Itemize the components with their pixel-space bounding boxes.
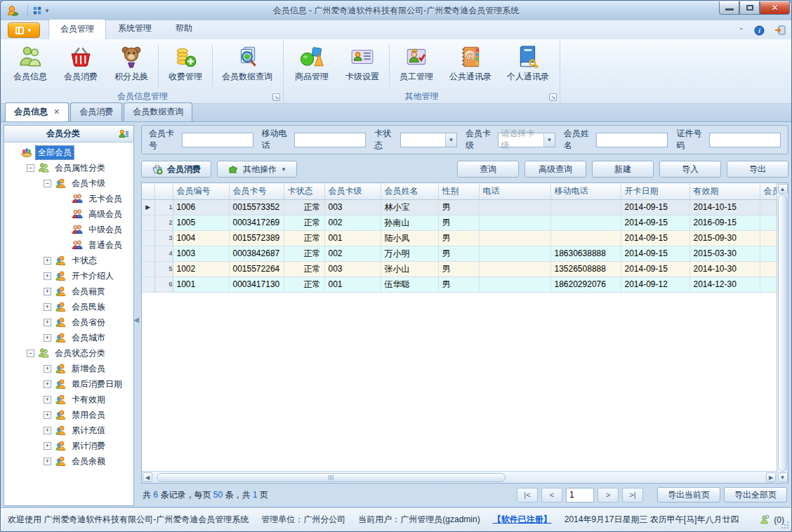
doc-tab-member-data-query[interactable]: 会员数据查询 [124, 102, 192, 121]
maximize-button[interactable] [739, 1, 760, 15]
table-cell[interactable]: 正常 [284, 199, 324, 215]
close-button[interactable]: ✕ [760, 1, 790, 15]
dialog-launcher-icon[interactable]: ↘ [272, 93, 280, 101]
table-cell[interactable]: 万小明 [381, 246, 438, 261]
table-cell[interactable]: 男 [438, 230, 479, 246]
table-cell[interactable]: 男 [438, 246, 479, 261]
tree-item[interactable]: 中级会员 [4, 222, 133, 237]
table-cell[interactable] [760, 199, 777, 215]
member-data-query-button[interactable]: 会员数据查询 [214, 42, 280, 90]
online-user-icon[interactable] [759, 514, 770, 525]
category-manage-icon[interactable] [118, 128, 129, 140]
id-no-input[interactable] [709, 133, 781, 147]
other-operations-button[interactable]: 其他操作 ▼ [217, 161, 297, 178]
tree-item[interactable]: 无卡会员 [4, 191, 133, 206]
table-cell[interactable]: 0015573352 [229, 199, 284, 215]
last-page-button[interactable]: >| [622, 488, 643, 503]
scroll-right-icon[interactable]: ▶ [766, 472, 776, 482]
column-header[interactable]: 会员 [760, 183, 777, 199]
table-cell[interactable] [479, 277, 550, 292]
tree-item[interactable]: + 累计消费 [4, 438, 133, 453]
table-cell[interactable] [550, 199, 621, 215]
collapse-ribbon-icon[interactable]: ⌃ [739, 27, 744, 34]
tree-item[interactable]: − 会员卡级 [4, 175, 133, 191]
tree-expander-icon[interactable]: + [44, 442, 51, 450]
mobile-input[interactable] [294, 133, 366, 147]
member-consume-toolbar-button[interactable]: 会员消费 [141, 161, 211, 178]
ribbon-tab-member-management[interactable]: 会员管理 [48, 19, 106, 39]
column-header[interactable]: 开卡日期 [621, 183, 689, 199]
table-cell[interactable]: 002 [324, 246, 381, 261]
table-row[interactable]: ▶110060015573352正常003林小宝男2014-09-152014-… [142, 199, 777, 215]
tree-expander-icon[interactable]: + [44, 257, 51, 265]
new-button[interactable]: 新建 [592, 161, 654, 178]
table-cell[interactable]: 2014-10-15 [689, 199, 760, 215]
table-cell[interactable] [550, 215, 621, 230]
card-level-settings-button[interactable]: 卡级设置 [337, 42, 388, 90]
column-header[interactable]: 移动电话 [550, 183, 621, 199]
page-number-input[interactable] [566, 488, 594, 503]
tree-item[interactable]: 普通会员 [4, 237, 133, 253]
column-header[interactable]: 会员姓名 [381, 183, 438, 199]
table-cell[interactable]: 2014-09-15 [621, 230, 689, 246]
column-header[interactable]: 会员卡号 [229, 183, 284, 199]
dialog-launcher-icon[interactable]: ↘ [549, 93, 557, 101]
export-current-page-button[interactable]: 导出当前页 [657, 487, 720, 503]
tree-item[interactable]: + 禁用会员 [4, 407, 133, 423]
query-button[interactable]: 查询 [457, 161, 519, 178]
public-contacts-button[interactable]: 公共通讯录 [442, 42, 499, 90]
table-cell[interactable]: 001 [324, 277, 381, 292]
table-cell[interactable]: 2014-09-15 [621, 199, 689, 215]
horizontal-scrollbar[interactable]: ◀ ▶ [142, 471, 777, 483]
member-info-button[interactable]: 会员信息 [5, 42, 55, 90]
table-row[interactable]: 510020015572264正常003张小山男135265088882014-… [142, 261, 777, 277]
tree-expander-icon[interactable]: + [44, 303, 51, 311]
column-header[interactable]: 会员卡级 [324, 183, 381, 199]
table-cell[interactable]: 林小宝 [381, 199, 438, 215]
table-cell[interactable]: 男 [438, 199, 479, 215]
table-cell[interactable]: 男 [438, 277, 479, 292]
table-cell[interactable]: 0003842687 [229, 246, 284, 261]
table-cell[interactable]: 003 [324, 261, 381, 277]
card-no-input[interactable] [182, 133, 253, 147]
next-page-button[interactable]: > [598, 488, 619, 503]
column-header[interactable]: 性别 [438, 183, 479, 199]
first-page-button[interactable]: |< [517, 488, 538, 503]
table-cell[interactable]: 2014-10-30 [689, 261, 760, 277]
import-button[interactable]: 导入 [659, 161, 721, 178]
doc-tab-member-consume[interactable]: 会员消费 [70, 102, 122, 121]
table-cell[interactable]: 正常 [284, 246, 324, 261]
column-header[interactable]: 有效期 [689, 183, 760, 199]
ribbon-tab-system-management[interactable]: 系统管理 [106, 18, 164, 39]
table-cell[interactable]: 2016-09-15 [689, 215, 760, 230]
tree-expander-icon[interactable]: − [27, 350, 34, 357]
table-cell[interactable]: 002 [324, 215, 381, 230]
table-cell[interactable] [760, 215, 777, 230]
table-cell[interactable]: 2014-12-30 [689, 277, 760, 292]
table-cell[interactable] [760, 277, 777, 292]
table-cell[interactable]: 正常 [284, 277, 324, 292]
table-cell[interactable] [479, 261, 550, 277]
table-cell[interactable]: 18630638888 [550, 246, 621, 261]
tree-item[interactable]: + 新增会员 [4, 361, 133, 376]
table-cell[interactable]: 13526508888 [550, 261, 621, 277]
tree-item[interactable]: + 累计充值 [4, 423, 133, 438]
tree-expander-icon[interactable]: + [44, 411, 51, 419]
tree-expander-icon[interactable]: + [44, 365, 51, 373]
table-row[interactable]: 210050003417269正常002孙南山男2014-09-152016-0… [142, 215, 777, 230]
table-cell[interactable]: 1005 [173, 215, 229, 230]
tree-expander-icon[interactable]: + [44, 288, 51, 295]
info-icon[interactable] [754, 25, 765, 36]
tree-item[interactable]: + 会员余额 [4, 453, 133, 469]
tree-item[interactable]: 全部会员 [4, 145, 133, 160]
points-exchange-button[interactable]: 积分兑换 [106, 42, 157, 90]
tree-item[interactable]: + 卡有效期 [4, 392, 133, 407]
staff-management-button[interactable]: 员工管理 [391, 42, 442, 90]
column-header[interactable]: 卡状态 [284, 183, 324, 199]
v-scroll-thumb[interactable] [778, 194, 787, 472]
table-cell[interactable]: 0003417269 [229, 215, 284, 230]
tree-item[interactable]: + 会员民族 [4, 299, 133, 314]
fee-management-button[interactable]: 收费管理 [160, 42, 211, 90]
table-cell[interactable] [479, 199, 550, 215]
table-cell[interactable] [550, 230, 621, 246]
